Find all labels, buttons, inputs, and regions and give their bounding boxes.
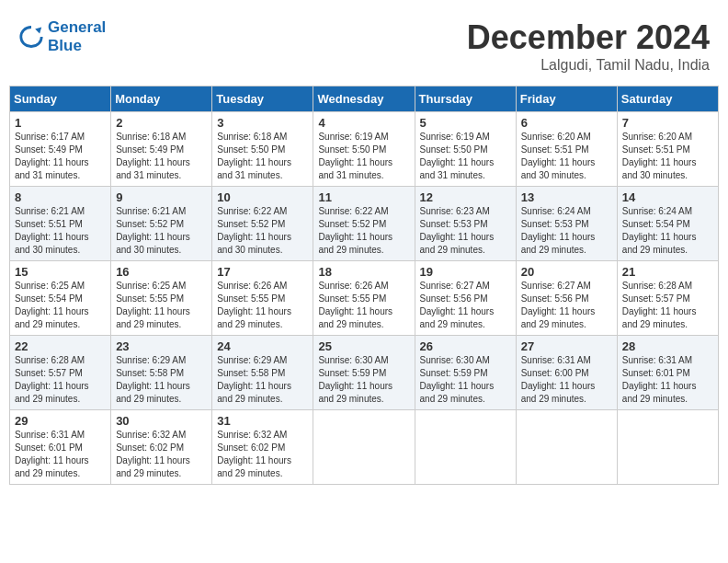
day-info: Sunrise: 6:26 AM Sunset: 5:55 PM Dayligh… [318, 280, 409, 331]
logo-line2: Blue [48, 37, 106, 55]
day-info: Sunrise: 6:17 AM Sunset: 5:49 PM Dayligh… [15, 131, 106, 182]
day-info: Sunrise: 6:27 AM Sunset: 5:56 PM Dayligh… [521, 280, 612, 331]
location-title: Lalgudi, Tamil Nadu, India [467, 57, 710, 74]
calendar-cell: 3Sunrise: 6:18 AM Sunset: 5:50 PM Daylig… [212, 112, 313, 187]
weekday-header-row: SundayMondayTuesdayWednesdayThursdayFrid… [10, 86, 719, 112]
day-number: 8 [15, 190, 106, 204]
day-number: 30 [116, 414, 207, 428]
calendar-cell: 17Sunrise: 6:26 AM Sunset: 5:55 PM Dayli… [212, 261, 313, 336]
day-number: 11 [318, 190, 409, 204]
day-info: Sunrise: 6:21 AM Sunset: 5:51 PM Dayligh… [15, 205, 106, 257]
logo-line1: General [48, 18, 106, 37]
calendar-cell: 9Sunrise: 6:21 AM Sunset: 5:52 PM Daylig… [111, 187, 212, 261]
calendar-cell: 26Sunrise: 6:30 AM Sunset: 5:59 PM Dayli… [415, 336, 516, 410]
day-info: Sunrise: 6:25 AM Sunset: 5:55 PM Dayligh… [116, 280, 207, 331]
day-number: 12 [420, 190, 511, 204]
day-info: Sunrise: 6:30 AM Sunset: 5:59 PM Dayligh… [420, 354, 511, 406]
calendar-body: 1Sunrise: 6:17 AM Sunset: 5:49 PM Daylig… [10, 112, 719, 485]
svg-marker-1 [35, 28, 41, 34]
day-number: 3 [217, 116, 308, 130]
day-info: Sunrise: 6:32 AM Sunset: 6:02 PM Dayligh… [217, 429, 308, 480]
day-number: 16 [116, 265, 207, 279]
day-number: 6 [521, 116, 612, 130]
title-area: December 2024 Lalgudi, Tamil Nadu, India [467, 18, 710, 74]
week-row-3: 15Sunrise: 6:25 AM Sunset: 5:54 PM Dayli… [10, 261, 719, 336]
calendar-table: SundayMondayTuesdayWednesdayThursdayFrid… [9, 86, 719, 485]
calendar-cell: 6Sunrise: 6:20 AM Sunset: 5:51 PM Daylig… [516, 112, 617, 187]
day-info: Sunrise: 6:24 AM Sunset: 5:53 PM Dayligh… [521, 205, 612, 257]
day-number: 18 [318, 265, 409, 279]
day-number: 10 [217, 190, 308, 204]
day-number: 22 [15, 339, 106, 353]
calendar-cell: 10Sunrise: 6:22 AM Sunset: 5:52 PM Dayli… [212, 187, 313, 261]
calendar-cell: 19Sunrise: 6:27 AM Sunset: 5:56 PM Dayli… [415, 261, 516, 336]
week-row-5: 29Sunrise: 6:31 AM Sunset: 6:01 PM Dayli… [10, 410, 719, 485]
calendar-cell [516, 410, 617, 485]
day-info: Sunrise: 6:29 AM Sunset: 5:58 PM Dayligh… [217, 354, 308, 406]
day-number: 17 [217, 265, 308, 279]
day-number: 31 [217, 414, 308, 428]
weekday-header-tuesday: Tuesday [212, 86, 313, 112]
calendar-cell: 11Sunrise: 6:22 AM Sunset: 5:52 PM Dayli… [313, 187, 415, 261]
week-row-1: 1Sunrise: 6:17 AM Sunset: 5:49 PM Daylig… [10, 112, 719, 187]
calendar-cell: 18Sunrise: 6:26 AM Sunset: 5:55 PM Dayli… [313, 261, 415, 336]
logo: General Blue [18, 18, 106, 55]
weekday-header-sunday: Sunday [10, 86, 111, 112]
day-info: Sunrise: 6:19 AM Sunset: 5:50 PM Dayligh… [318, 131, 409, 182]
calendar-cell: 13Sunrise: 6:24 AM Sunset: 5:53 PM Dayli… [516, 187, 617, 261]
calendar-cell: 30Sunrise: 6:32 AM Sunset: 6:02 PM Dayli… [111, 410, 212, 485]
day-info: Sunrise: 6:20 AM Sunset: 5:51 PM Dayligh… [521, 131, 612, 182]
day-info: Sunrise: 6:19 AM Sunset: 5:50 PM Dayligh… [420, 131, 511, 182]
day-info: Sunrise: 6:29 AM Sunset: 5:58 PM Dayligh… [116, 354, 207, 406]
calendar-cell: 24Sunrise: 6:29 AM Sunset: 5:58 PM Dayli… [212, 336, 313, 410]
day-info: Sunrise: 6:21 AM Sunset: 5:52 PM Dayligh… [116, 205, 207, 257]
calendar-cell: 23Sunrise: 6:29 AM Sunset: 5:58 PM Dayli… [111, 336, 212, 410]
day-number: 2 [116, 116, 207, 130]
day-info: Sunrise: 6:22 AM Sunset: 5:52 PM Dayligh… [318, 205, 409, 257]
day-number: 25 [318, 339, 409, 353]
calendar-cell: 20Sunrise: 6:27 AM Sunset: 5:56 PM Dayli… [516, 261, 617, 336]
day-info: Sunrise: 6:24 AM Sunset: 5:54 PM Dayligh… [622, 205, 713, 257]
day-number: 19 [420, 265, 511, 279]
day-info: Sunrise: 6:31 AM Sunset: 6:01 PM Dayligh… [15, 429, 106, 480]
calendar-cell: 27Sunrise: 6:31 AM Sunset: 6:00 PM Dayli… [516, 336, 617, 410]
day-info: Sunrise: 6:18 AM Sunset: 5:50 PM Dayligh… [217, 131, 308, 182]
day-number: 26 [420, 339, 511, 353]
logo-icon [18, 24, 44, 50]
calendar-cell: 5Sunrise: 6:19 AM Sunset: 5:50 PM Daylig… [415, 112, 516, 187]
day-number: 29 [15, 414, 106, 428]
calendar-cell: 16Sunrise: 6:25 AM Sunset: 5:55 PM Dayli… [111, 261, 212, 336]
day-info: Sunrise: 6:22 AM Sunset: 5:52 PM Dayligh… [217, 205, 308, 257]
day-number: 1 [15, 116, 106, 130]
calendar-cell: 2Sunrise: 6:18 AM Sunset: 5:49 PM Daylig… [111, 112, 212, 187]
day-info: Sunrise: 6:20 AM Sunset: 5:51 PM Dayligh… [622, 131, 713, 182]
calendar-cell: 31Sunrise: 6:32 AM Sunset: 6:02 PM Dayli… [212, 410, 313, 485]
calendar-cell: 4Sunrise: 6:19 AM Sunset: 5:50 PM Daylig… [313, 112, 415, 187]
day-info: Sunrise: 6:18 AM Sunset: 5:49 PM Dayligh… [116, 131, 207, 182]
day-number: 23 [116, 339, 207, 353]
day-number: 20 [521, 265, 612, 279]
calendar-cell: 28Sunrise: 6:31 AM Sunset: 6:01 PM Dayli… [617, 336, 718, 410]
day-number: 24 [217, 339, 308, 353]
week-row-2: 8Sunrise: 6:21 AM Sunset: 5:51 PM Daylig… [10, 187, 719, 261]
week-row-4: 22Sunrise: 6:28 AM Sunset: 5:57 PM Dayli… [10, 336, 719, 410]
calendar-cell: 22Sunrise: 6:28 AM Sunset: 5:57 PM Dayli… [10, 336, 111, 410]
day-number: 15 [15, 265, 106, 279]
day-number: 5 [420, 116, 511, 130]
calendar-cell [415, 410, 516, 485]
weekday-header-friday: Friday [516, 86, 617, 112]
day-info: Sunrise: 6:26 AM Sunset: 5:55 PM Dayligh… [217, 280, 308, 331]
weekday-header-thursday: Thursday [415, 86, 516, 112]
day-number: 14 [622, 190, 713, 204]
day-info: Sunrise: 6:30 AM Sunset: 5:59 PM Dayligh… [318, 354, 409, 406]
day-number: 28 [622, 339, 713, 353]
calendar-cell: 25Sunrise: 6:30 AM Sunset: 5:59 PM Dayli… [313, 336, 415, 410]
calendar-cell: 12Sunrise: 6:23 AM Sunset: 5:53 PM Dayli… [415, 187, 516, 261]
day-info: Sunrise: 6:25 AM Sunset: 5:54 PM Dayligh… [15, 280, 106, 331]
day-number: 13 [521, 190, 612, 204]
calendar-cell: 29Sunrise: 6:31 AM Sunset: 6:01 PM Dayli… [10, 410, 111, 485]
day-number: 7 [622, 116, 713, 130]
day-number: 4 [318, 116, 409, 130]
day-info: Sunrise: 6:28 AM Sunset: 5:57 PM Dayligh… [15, 354, 106, 406]
weekday-header-monday: Monday [111, 86, 212, 112]
